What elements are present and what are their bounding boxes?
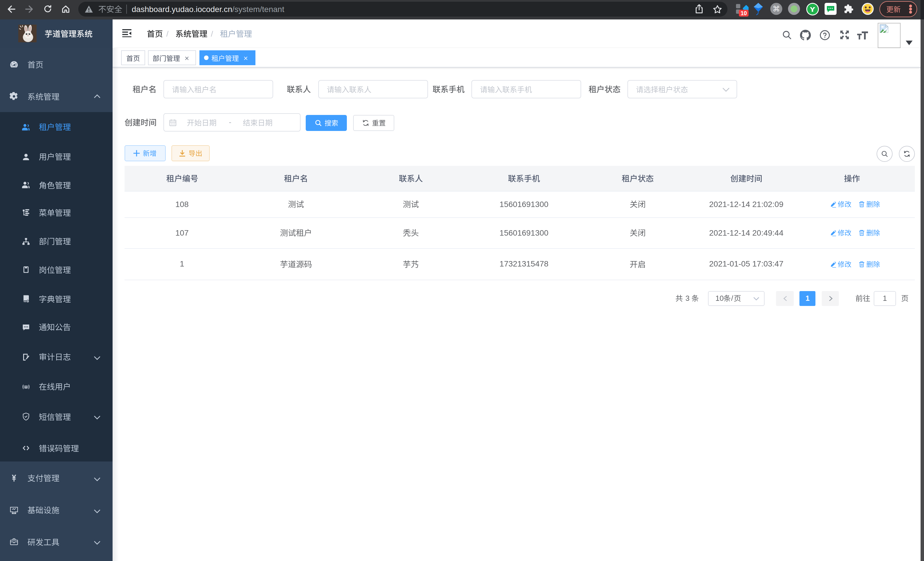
svg-text:⌘: ⌘ [772,5,780,13]
svg-text:10: 10 [741,10,747,16]
